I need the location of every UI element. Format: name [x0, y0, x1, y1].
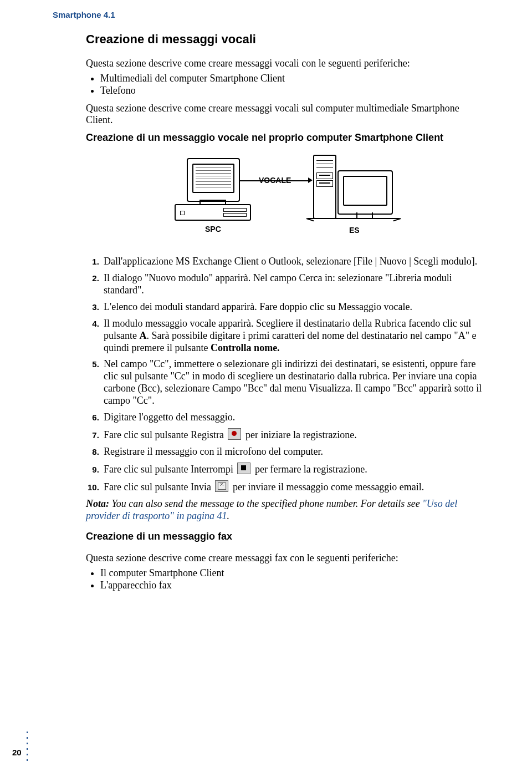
- text: Fare clic sul pulsante Invia: [104, 481, 213, 492]
- note-body: You can also send the message to the spe…: [109, 498, 422, 509]
- note-label: Nota:: [86, 498, 109, 509]
- list-item: L'apparecchio fax: [100, 579, 485, 592]
- step-7: Fare clic sul pulsante Registra per iniz…: [101, 428, 485, 441]
- step-5: Nel campo "Cc", immettere o selezionare …: [101, 358, 485, 407]
- page: Smartphone 4.1 Creazione di messaggi voc…: [0, 0, 532, 777]
- step-9: Fare clic sul pulsante Interrompi per fe…: [101, 463, 485, 476]
- list-item: Il computer Smartphone Client: [100, 567, 485, 580]
- subheading-fax: Creazione di un messaggio fax: [86, 531, 485, 542]
- step-6: Digitare l'oggetto del messaggio.: [101, 412, 485, 424]
- text: Fare clic sul pulsante Registra: [104, 429, 226, 440]
- spc-base-icon: [175, 204, 251, 221]
- section-title: Creazione di messaggi vocali: [86, 32, 485, 47]
- step-1: Dall'applicazione MS Exchange Client o O…: [101, 256, 485, 268]
- text: . Sarà possibile digitare i primi caratt…: [104, 330, 477, 353]
- stop-icon: [237, 463, 250, 474]
- list-item: Multimediali del computer Smartphone Cli…: [100, 72, 485, 85]
- content-area: Creazione di messaggi vocali Questa sezi…: [86, 32, 485, 597]
- note-paragraph: Nota: You can also send the message to t…: [86, 498, 485, 522]
- send-icon: [215, 480, 228, 492]
- step-3: L'elenco dei moduli standard apparirà. F…: [101, 301, 485, 313]
- step-10: Fare clic sul pulsante Invia per inviare…: [101, 480, 485, 494]
- note-tail: .: [227, 510, 229, 521]
- spc-es-diagram: SPC VOCALE ES: [141, 154, 429, 248]
- intro-paragraph-1: Questa sezione descrive come creare mess…: [86, 58, 485, 70]
- step-8: Registrare il messaggio con il microfono…: [101, 446, 485, 458]
- text: per inviare il messaggio come messaggio …: [230, 481, 424, 492]
- margin-dots-icon: [27, 732, 28, 765]
- es-label: ES: [349, 226, 360, 235]
- step-2: Il dialogo "Nuovo modulo" apparirà. Nel …: [101, 272, 485, 297]
- text: Fare clic sul pulsante Interrompi: [104, 464, 236, 475]
- es-monitor-icon: [337, 170, 393, 215]
- tower-icon: [313, 155, 336, 219]
- text: per fermare la registrazione.: [252, 464, 367, 475]
- vocale-label: VOCALE: [259, 176, 291, 185]
- running-head: Smartphone 4.1: [53, 10, 115, 19]
- step-4: Il modulo messaggio vocale apparirà. Sce…: [101, 318, 485, 354]
- subheading-vocal: Creazione di un messaggio vocale nel pro…: [86, 132, 485, 144]
- es-foot-icon: [308, 218, 400, 219]
- spc-label: SPC: [205, 225, 221, 233]
- intro-paragraph-2: Questa sezione descrive come creare mess…: [86, 103, 485, 126]
- fax-bullet-list: Il computer Smartphone Client L'apparecc…: [86, 567, 485, 592]
- bold-A: A: [140, 330, 147, 341]
- list-item: Telefono: [100, 84, 485, 97]
- bold-controlla: Controlla nome.: [211, 342, 280, 353]
- text: per iniziare la registrazione.: [243, 429, 356, 440]
- page-number: 20: [12, 748, 22, 757]
- fax-intro: Questa sezione descrive come creare mess…: [86, 552, 485, 565]
- arrow-head-icon: [308, 177, 313, 183]
- record-icon: [228, 428, 241, 440]
- spc-monitor-icon: [187, 158, 240, 202]
- steps-list: Dall'applicazione MS Exchange Client o O…: [86, 256, 485, 494]
- intro-bullet-list: Multimediali del computer Smartphone Cli…: [86, 72, 485, 97]
